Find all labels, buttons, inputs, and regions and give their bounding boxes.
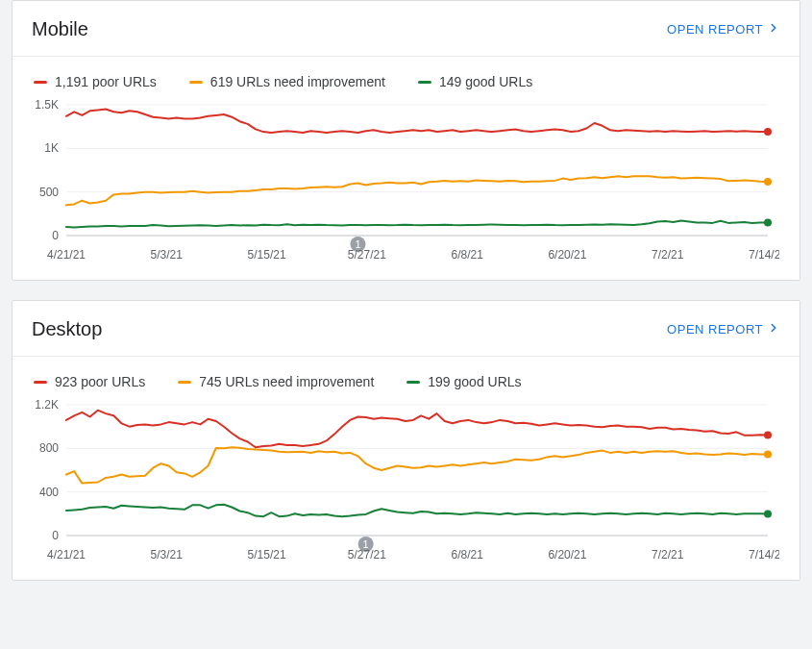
svg-text:5/3/21: 5/3/21 <box>151 248 184 262</box>
svg-text:5/27/21: 5/27/21 <box>348 548 386 562</box>
legend-swatch-good <box>406 381 420 384</box>
mobile-series-need-endpoint <box>764 178 772 186</box>
legend-label: 199 good URLs <box>428 374 521 389</box>
svg-text:1.5K: 1.5K <box>35 99 59 112</box>
desktop-card-header: DesktopOPEN REPORT <box>12 301 800 356</box>
legend-label: 149 good URLs <box>439 74 532 89</box>
desktop-series-need-endpoint <box>764 451 772 459</box>
open-report-label: OPEN REPORT <box>667 322 763 337</box>
svg-text:7/2/21: 7/2/21 <box>652 248 684 262</box>
mobile-series-poor-endpoint <box>764 128 772 136</box>
legend-label: 745 URLs need improvement <box>199 374 374 389</box>
svg-text:6/20/21: 6/20/21 <box>548 548 586 562</box>
desktop-series-need <box>66 447 768 483</box>
legend-swatch-poor <box>34 381 47 384</box>
desktop-series-poor-endpoint <box>764 431 772 438</box>
desktop-legend: 923 poor URLs745 URLs need improvement19… <box>12 357 800 395</box>
legend-label: 619 URLs need improvement <box>210 74 385 89</box>
desktop-card: DesktopOPEN REPORT923 poor URLs745 URLs … <box>12 300 800 581</box>
svg-text:0: 0 <box>52 229 59 242</box>
svg-text:7/14/21: 7/14/21 <box>749 248 779 262</box>
desktop-legend-poor: 923 poor URLs <box>34 374 145 389</box>
legend-label: 923 poor URLs <box>55 374 145 389</box>
legend-label: 1,191 poor URLs <box>55 74 157 89</box>
desktop-series-good-endpoint <box>764 510 772 517</box>
mobile-series-poor <box>66 110 768 134</box>
mobile-open-report-button[interactable]: OPEN REPORT <box>667 21 780 37</box>
svg-text:0: 0 <box>52 529 59 542</box>
mobile-card: MobileOPEN REPORT1,191 poor URLs619 URLs… <box>12 0 800 281</box>
mobile-legend: 1,191 poor URLs619 URLs need improvement… <box>12 57 800 95</box>
desktop-legend-good: 199 good URLs <box>406 374 521 389</box>
desktop-chart: 04008001.2K14/21/215/3/215/15/215/27/216… <box>30 399 779 562</box>
svg-text:500: 500 <box>39 186 59 199</box>
svg-text:1.2K: 1.2K <box>35 399 59 412</box>
mobile-series-need <box>66 176 768 205</box>
mobile-card-header: MobileOPEN REPORT <box>12 1 800 56</box>
desktop-chart-container: 04008001.2K14/21/215/3/215/15/215/27/216… <box>12 395 800 580</box>
legend-swatch-need <box>178 381 191 384</box>
svg-text:6/8/21: 6/8/21 <box>451 248 483 262</box>
legend-swatch-need <box>189 81 203 84</box>
svg-text:800: 800 <box>39 441 59 455</box>
svg-text:6/8/21: 6/8/21 <box>451 548 483 562</box>
desktop-legend-need: 745 URLs need improvement <box>178 374 374 389</box>
mobile-legend-need: 619 URLs need improvement <box>189 74 385 89</box>
svg-text:5/15/21: 5/15/21 <box>248 548 286 562</box>
mobile-title: Mobile <box>32 18 88 40</box>
svg-text:6/20/21: 6/20/21 <box>548 248 586 262</box>
mobile-chart-container: 05001K1.5K14/21/215/3/215/15/215/27/216/… <box>12 95 800 280</box>
svg-text:7/2/21: 7/2/21 <box>652 548 684 562</box>
chevron-right-icon <box>763 321 780 337</box>
svg-text:5/3/21: 5/3/21 <box>151 548 184 562</box>
desktop-open-report-button[interactable]: OPEN REPORT <box>667 321 780 337</box>
legend-swatch-good <box>418 81 431 84</box>
svg-text:1K: 1K <box>44 141 59 155</box>
mobile-series-good <box>66 221 768 228</box>
desktop-series-poor <box>66 411 768 448</box>
desktop-series-good <box>66 505 768 517</box>
legend-swatch-poor <box>34 81 47 84</box>
svg-text:7/14/21: 7/14/21 <box>749 548 779 562</box>
mobile-legend-poor: 1,191 poor URLs <box>34 74 157 89</box>
svg-text:4/21/21: 4/21/21 <box>47 248 86 262</box>
svg-text:400: 400 <box>39 486 59 499</box>
desktop-title: Desktop <box>32 318 102 340</box>
mobile-series-good-endpoint <box>764 218 772 226</box>
svg-text:4/21/21: 4/21/21 <box>47 548 86 562</box>
svg-text:5/15/21: 5/15/21 <box>248 248 286 262</box>
open-report-label: OPEN REPORT <box>667 22 763 37</box>
mobile-legend-good: 149 good URLs <box>418 74 532 89</box>
chevron-right-icon <box>763 21 780 37</box>
mobile-chart: 05001K1.5K14/21/215/3/215/15/215/27/216/… <box>30 99 779 262</box>
svg-text:5/27/21: 5/27/21 <box>348 248 386 262</box>
